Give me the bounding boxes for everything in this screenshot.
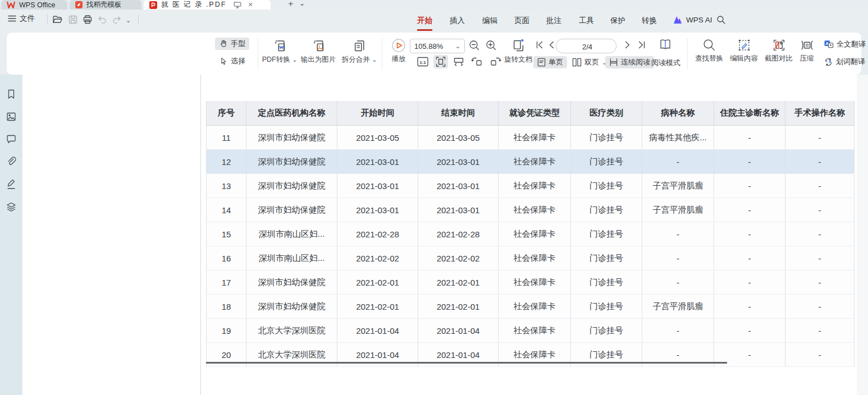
new-tab-icon[interactable]: ＋	[286, 0, 295, 9]
select-tool-button[interactable]: 选择	[215, 55, 249, 67]
divider	[47, 15, 48, 25]
hand-tool-button[interactable]: 手型	[215, 38, 249, 50]
table-cell: 深圳市南山区妇...	[246, 222, 337, 246]
pdf-convert-button[interactable]: PDF转换 ⌄	[262, 38, 298, 65]
read-mode-icon[interactable]	[658, 38, 673, 52]
find-replace-button[interactable]: 查找替换	[692, 38, 727, 63]
actual-size-button[interactable]: 1:1	[415, 55, 430, 68]
menu-tab-home[interactable]: 开始	[416, 14, 433, 27]
attachment-icon[interactable]	[6, 156, 17, 167]
zoom-level-dropdown[interactable]: 105.88% ⌄	[410, 39, 465, 53]
page-indicator-input[interactable]	[556, 39, 618, 54]
bookmark-icon[interactable]	[6, 89, 17, 100]
screenshot-compare-button[interactable]: 截图对比	[761, 38, 796, 63]
table-cell: 子宫平滑肌瘤	[642, 174, 714, 198]
double-page-button[interactable]: 双页 ⌄	[568, 56, 611, 68]
last-page-icon[interactable]	[637, 40, 647, 50]
fit-page-button[interactable]	[433, 55, 448, 68]
table-cell: 门诊挂号	[571, 222, 642, 246]
quickbar-more-icon[interactable]: ⌄	[125, 15, 132, 26]
table-cell: 社会保障卡	[499, 150, 571, 174]
table-cell: 12	[207, 150, 246, 174]
zoom-out-icon[interactable]	[468, 39, 481, 52]
menu-tab-comment[interactable]: 批注	[545, 14, 563, 27]
zoom-in-icon[interactable]	[485, 39, 497, 52]
close-tab-icon[interactable]: ✕	[248, 1, 254, 8]
full-translate-button[interactable]: A 全文翻译	[820, 38, 868, 50]
play-button[interactable]: 播放	[386, 38, 411, 64]
tab-document[interactable]: 就 医 记 录 .PDF ✕	[144, 0, 271, 10]
table-row[interactable]: 16深圳市南山区妇...2021-02-022021-02-02社会保障卡门诊挂…	[207, 246, 855, 270]
tab-wps-office[interactable]: WPS Office	[1, 0, 67, 10]
thumbnail-icon[interactable]	[6, 111, 17, 122]
layers-icon[interactable]	[6, 201, 17, 213]
redo-icon[interactable]	[111, 14, 122, 25]
table-cell: 深圳市妇幼保健院	[246, 295, 337, 319]
table-row[interactable]: 11深圳市妇幼保健院2021-03-052021-03-05社会保障卡门诊挂号病…	[207, 126, 855, 150]
table-row[interactable]: 12深圳市妇幼保健院2021-03-012021-03-01社会保障卡门诊挂号-…	[207, 150, 855, 174]
table-cell: -	[714, 198, 785, 222]
column-header: 序号	[207, 101, 246, 126]
search-icon[interactable]	[716, 15, 726, 25]
hand-tool-label: 手型	[231, 39, 245, 49]
tab-docer[interactable]: 找稻壳模板	[70, 0, 141, 10]
hand-icon	[219, 39, 228, 48]
chevron-down-icon: ⌄	[372, 56, 377, 63]
edit-content-button[interactable]: 编辑内容	[727, 38, 761, 63]
zoom-level-value: 105.88%	[414, 42, 443, 50]
column-header: 就诊凭证类型	[499, 101, 571, 126]
export-image-button[interactable]: 输出为图片	[298, 38, 339, 65]
screenshot-compare-icon	[772, 38, 786, 52]
rotate-left-button[interactable]	[469, 55, 485, 68]
menu-tab-tools[interactable]: 工具	[578, 14, 595, 27]
undo-icon[interactable]	[97, 14, 108, 25]
save-icon[interactable]	[67, 14, 79, 25]
comment-icon[interactable]	[6, 134, 17, 145]
table-row[interactable]: 17深圳市妇幼保健院2021-02-012021-02-01社会保障卡门诊挂号-…	[207, 270, 855, 295]
table-row[interactable]: 13深圳市妇幼保健院2021-03-012021-03-01社会保障卡门诊挂号子…	[207, 174, 855, 198]
tab-list-icon[interactable]: ⌄	[299, 0, 305, 7]
menu-tab-page[interactable]: 页面	[513, 14, 531, 27]
table-cell: -	[785, 198, 855, 222]
table-cell: 社会保障卡	[499, 222, 571, 246]
rotate-document-button[interactable]: 旋转文档	[500, 38, 537, 65]
document-area[interactable]: 序号定点医药机构名称开始时间结束时间就诊凭证类型医疗类别病种名称住院主诊断名称手…	[201, 75, 868, 395]
open-file-icon[interactable]	[52, 14, 63, 25]
table-cell: -	[714, 126, 785, 150]
word-translate-button[interactable]: A x 划词翻译 ⌄	[820, 56, 868, 68]
signature-pen-icon[interactable]	[6, 178, 17, 190]
table-cell: 社会保障卡	[499, 126, 571, 150]
double-page-label: 双页	[584, 57, 599, 67]
menu-tab-convert[interactable]: 转换	[641, 14, 658, 27]
next-page-icon[interactable]	[622, 40, 632, 50]
print-icon[interactable]	[82, 14, 93, 25]
menu-tab-insert[interactable]: 插入	[449, 14, 466, 27]
pdf-page: 序号定点医药机构名称开始时间结束时间就诊凭证类型医疗类别病种名称住院主诊断名称手…	[201, 75, 857, 395]
column-header: 定点医药机构名称	[246, 101, 337, 126]
file-menu-button[interactable]: 文件	[8, 13, 35, 24]
table-row[interactable]: 18深圳市妇幼保健院2021-02-012021-02-01社会保障卡门诊挂号子…	[207, 295, 855, 319]
table-cell: -	[714, 319, 785, 343]
table-row[interactable]: 15深圳市南山区妇...2021-02-282021-02-28社会保障卡门诊挂…	[207, 222, 855, 246]
read-mode-label[interactable]: 阅读模式	[651, 58, 680, 68]
continuous-read-button[interactable]: 连续阅读	[605, 56, 654, 68]
menu-tab-edit[interactable]: 编辑	[481, 14, 499, 27]
compress-button[interactable]: 压缩	[795, 38, 819, 63]
rotate-document-label: 旋转文档	[504, 55, 532, 65]
table-cell: -	[642, 150, 714, 174]
table-row[interactable]: 14深圳市妇幼保健院2021-03-012021-03-01社会保障卡门诊挂号子…	[207, 198, 855, 222]
table-cell: 门诊挂号	[571, 174, 642, 198]
table-row[interactable]: 19北京大学深圳医院2021-01-042021-01-04社会保障卡门诊挂号-…	[207, 319, 855, 343]
menu-tab-protect[interactable]: 保护	[609, 14, 627, 27]
table-cell: 深圳市妇幼保健院	[246, 174, 337, 198]
wps-ai-label[interactable]: WPS AI	[685, 14, 714, 26]
single-page-button[interactable]: 单页	[533, 56, 567, 68]
table-cell: 2021-03-01	[418, 150, 499, 174]
play-icon	[391, 38, 406, 53]
page-indicator[interactable]	[556, 39, 616, 53]
table-cell: -	[785, 246, 855, 270]
fit-width-button[interactable]	[451, 55, 466, 68]
first-page-icon[interactable]	[534, 40, 545, 50]
split-merge-button[interactable]: 拆分合并 ⌄	[339, 38, 380, 65]
monitor-icon[interactable]	[234, 2, 241, 8]
